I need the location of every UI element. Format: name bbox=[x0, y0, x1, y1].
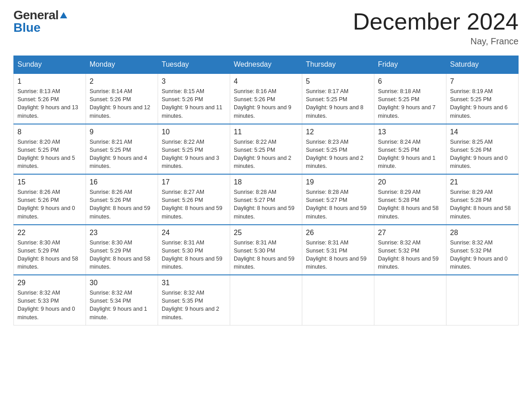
logo-blue-text: Blue bbox=[13, 21, 67, 34]
table-row bbox=[230, 275, 302, 325]
day-number: 4 bbox=[234, 77, 298, 86]
table-row: 17Sunrise: 8:27 AMSunset: 5:26 PMDayligh… bbox=[158, 174, 230, 225]
table-row: 7Sunrise: 8:19 AMSunset: 5:25 PMDaylight… bbox=[446, 73, 519, 124]
day-info: Sunrise: 8:32 AMSunset: 5:33 PMDaylight:… bbox=[17, 289, 82, 321]
header-tuesday: Tuesday bbox=[158, 56, 230, 74]
day-number: 10 bbox=[162, 128, 226, 136]
table-row: 13Sunrise: 8:24 AMSunset: 5:25 PMDayligh… bbox=[374, 124, 446, 175]
day-info: Sunrise: 8:23 AMSunset: 5:25 PMDaylight:… bbox=[306, 138, 370, 171]
title-block: December 2024 Nay, France bbox=[353, 9, 519, 47]
day-number: 9 bbox=[90, 128, 154, 136]
table-row: 21Sunrise: 8:29 AMSunset: 5:28 PMDayligh… bbox=[446, 174, 519, 225]
table-row: 11Sunrise: 8:22 AMSunset: 5:25 PMDayligh… bbox=[230, 124, 302, 175]
day-number: 7 bbox=[450, 77, 515, 86]
day-number: 20 bbox=[378, 178, 442, 186]
table-row: 25Sunrise: 8:31 AMSunset: 5:30 PMDayligh… bbox=[230, 225, 302, 275]
day-number: 30 bbox=[90, 279, 154, 287]
day-info: Sunrise: 8:26 AMSunset: 5:26 PMDaylight:… bbox=[17, 188, 82, 221]
day-number: 1 bbox=[17, 77, 82, 86]
day-number: 31 bbox=[162, 279, 226, 287]
table-row: 5Sunrise: 8:17 AMSunset: 5:25 PMDaylight… bbox=[302, 73, 374, 124]
day-info: Sunrise: 8:28 AMSunset: 5:27 PMDaylight:… bbox=[306, 188, 370, 221]
day-info: Sunrise: 8:16 AMSunset: 5:26 PMDaylight:… bbox=[234, 87, 298, 120]
table-row bbox=[446, 275, 519, 325]
day-number: 18 bbox=[234, 178, 298, 186]
calendar-table: Sunday Monday Tuesday Wednesday Thursday… bbox=[13, 56, 519, 325]
header-monday: Monday bbox=[86, 56, 158, 74]
day-info: Sunrise: 8:30 AMSunset: 5:29 PMDaylight:… bbox=[17, 239, 82, 271]
day-number: 25 bbox=[234, 229, 298, 237]
table-row: 29Sunrise: 8:32 AMSunset: 5:33 PMDayligh… bbox=[14, 275, 86, 325]
day-number: 29 bbox=[17, 279, 82, 287]
table-row bbox=[302, 275, 374, 325]
day-info: Sunrise: 8:32 AMSunset: 5:32 PMDaylight:… bbox=[378, 239, 442, 271]
day-info: Sunrise: 8:25 AMSunset: 5:26 PMDaylight:… bbox=[450, 138, 515, 171]
day-info: Sunrise: 8:32 AMSunset: 5:32 PMDaylight:… bbox=[450, 239, 515, 271]
calendar-week-5: 29Sunrise: 8:32 AMSunset: 5:33 PMDayligh… bbox=[14, 275, 519, 325]
day-info: Sunrise: 8:14 AMSunset: 5:26 PMDaylight:… bbox=[90, 87, 154, 120]
table-row: 24Sunrise: 8:31 AMSunset: 5:30 PMDayligh… bbox=[158, 225, 230, 275]
table-row: 9Sunrise: 8:21 AMSunset: 5:25 PMDaylight… bbox=[86, 124, 158, 175]
table-row: 28Sunrise: 8:32 AMSunset: 5:32 PMDayligh… bbox=[446, 225, 519, 275]
day-number: 19 bbox=[306, 178, 370, 186]
table-row: 4Sunrise: 8:16 AMSunset: 5:26 PMDaylight… bbox=[230, 73, 302, 124]
logo-general-text: General bbox=[13, 9, 67, 21]
day-number: 3 bbox=[162, 77, 226, 86]
table-row: 18Sunrise: 8:28 AMSunset: 5:27 PMDayligh… bbox=[230, 174, 302, 225]
calendar-header-row: Sunday Monday Tuesday Wednesday Thursday… bbox=[14, 56, 519, 74]
month-title: December 2024 bbox=[353, 9, 519, 34]
day-number: 21 bbox=[450, 178, 515, 186]
day-info: Sunrise: 8:32 AMSunset: 5:35 PMDaylight:… bbox=[162, 289, 226, 321]
header-thursday: Thursday bbox=[302, 56, 374, 74]
table-row: 30Sunrise: 8:32 AMSunset: 5:34 PMDayligh… bbox=[86, 275, 158, 325]
header-friday: Friday bbox=[374, 56, 446, 74]
day-number: 22 bbox=[17, 229, 82, 237]
day-number: 6 bbox=[378, 77, 442, 86]
table-row: 8Sunrise: 8:20 AMSunset: 5:25 PMDaylight… bbox=[14, 124, 86, 175]
day-info: Sunrise: 8:19 AMSunset: 5:25 PMDaylight:… bbox=[450, 87, 515, 120]
table-row: 12Sunrise: 8:23 AMSunset: 5:25 PMDayligh… bbox=[302, 124, 374, 175]
day-number: 23 bbox=[90, 229, 154, 237]
day-number: 13 bbox=[378, 128, 442, 136]
table-row: 22Sunrise: 8:30 AMSunset: 5:29 PMDayligh… bbox=[14, 225, 86, 275]
calendar-week-3: 15Sunrise: 8:26 AMSunset: 5:26 PMDayligh… bbox=[14, 174, 519, 225]
table-row: 19Sunrise: 8:28 AMSunset: 5:27 PMDayligh… bbox=[302, 174, 374, 225]
day-number: 26 bbox=[306, 229, 370, 237]
logo: General Blue bbox=[13, 9, 67, 34]
day-info: Sunrise: 8:20 AMSunset: 5:25 PMDaylight:… bbox=[17, 138, 82, 171]
day-info: Sunrise: 8:18 AMSunset: 5:25 PMDaylight:… bbox=[378, 87, 442, 120]
location: Nay, France bbox=[353, 36, 519, 47]
calendar-week-2: 8Sunrise: 8:20 AMSunset: 5:25 PMDaylight… bbox=[14, 124, 519, 175]
day-number: 17 bbox=[162, 178, 226, 186]
day-number: 8 bbox=[17, 128, 82, 136]
table-row: 14Sunrise: 8:25 AMSunset: 5:26 PMDayligh… bbox=[446, 124, 519, 175]
day-number: 15 bbox=[17, 178, 82, 186]
table-row: 16Sunrise: 8:26 AMSunset: 5:26 PMDayligh… bbox=[86, 174, 158, 225]
calendar-week-1: 1Sunrise: 8:13 AMSunset: 5:26 PMDaylight… bbox=[14, 73, 519, 124]
table-row: 20Sunrise: 8:29 AMSunset: 5:28 PMDayligh… bbox=[374, 174, 446, 225]
day-number: 27 bbox=[378, 229, 442, 237]
day-info: Sunrise: 8:24 AMSunset: 5:25 PMDaylight:… bbox=[378, 138, 442, 171]
day-info: Sunrise: 8:29 AMSunset: 5:28 PMDaylight:… bbox=[378, 188, 442, 221]
day-number: 28 bbox=[450, 229, 515, 237]
day-info: Sunrise: 8:22 AMSunset: 5:25 PMDaylight:… bbox=[234, 138, 298, 171]
table-row: 15Sunrise: 8:26 AMSunset: 5:26 PMDayligh… bbox=[14, 174, 86, 225]
day-number: 12 bbox=[306, 128, 370, 136]
day-number: 16 bbox=[90, 178, 154, 186]
day-info: Sunrise: 8:22 AMSunset: 5:25 PMDaylight:… bbox=[162, 138, 226, 171]
table-row: 27Sunrise: 8:32 AMSunset: 5:32 PMDayligh… bbox=[374, 225, 446, 275]
day-info: Sunrise: 8:13 AMSunset: 5:26 PMDaylight:… bbox=[17, 87, 82, 120]
table-row: 23Sunrise: 8:30 AMSunset: 5:29 PMDayligh… bbox=[86, 225, 158, 275]
day-info: Sunrise: 8:17 AMSunset: 5:25 PMDaylight:… bbox=[306, 87, 370, 120]
table-row: 26Sunrise: 8:31 AMSunset: 5:31 PMDayligh… bbox=[302, 225, 374, 275]
calendar-week-4: 22Sunrise: 8:30 AMSunset: 5:29 PMDayligh… bbox=[14, 225, 519, 275]
day-number: 14 bbox=[450, 128, 515, 136]
day-number: 11 bbox=[234, 128, 298, 136]
day-info: Sunrise: 8:27 AMSunset: 5:26 PMDaylight:… bbox=[162, 188, 226, 221]
day-info: Sunrise: 8:31 AMSunset: 5:30 PMDaylight:… bbox=[234, 239, 298, 271]
table-row: 31Sunrise: 8:32 AMSunset: 5:35 PMDayligh… bbox=[158, 275, 230, 325]
table-row: 6Sunrise: 8:18 AMSunset: 5:25 PMDaylight… bbox=[374, 73, 446, 124]
day-info: Sunrise: 8:28 AMSunset: 5:27 PMDaylight:… bbox=[234, 188, 298, 221]
table-row: 2Sunrise: 8:14 AMSunset: 5:26 PMDaylight… bbox=[86, 73, 158, 124]
day-number: 24 bbox=[162, 229, 226, 237]
